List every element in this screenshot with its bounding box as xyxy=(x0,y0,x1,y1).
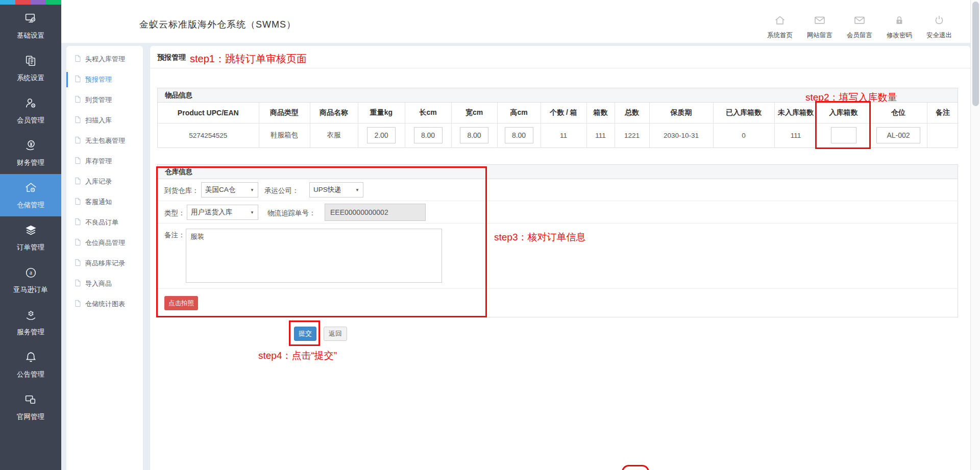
submenu-item-warehouse-statistics[interactable]: 仓储统计图表 xyxy=(66,294,143,314)
brand-color-strip xyxy=(0,0,61,5)
submenu-panel: 头程入库管理 预报管理 到货管理 扫描入库 无主包裹管理 库存管理 入库记录 客… xyxy=(66,46,143,470)
topnav-label: 网站留言 xyxy=(807,31,832,40)
submenu-item-inbound-records[interactable]: 入库记录 xyxy=(66,171,143,192)
sidebar-item-website-management[interactable]: 官网管理 xyxy=(0,386,61,428)
document-icon xyxy=(75,238,81,248)
amazon-icon: a xyxy=(24,266,38,282)
document-icon xyxy=(75,75,81,85)
topnav-logout[interactable]: 安全退出 xyxy=(923,14,955,40)
sidebar-item-announcement-management[interactable]: 公告管理 xyxy=(0,343,61,386)
header-bar: 金蚁云标准版海外仓系统（SWMS） 系统首页 网站留言 会员留言 修改密码 安全… xyxy=(61,0,980,43)
topnav-site-messages[interactable]: 网站留言 xyxy=(803,14,836,40)
width-input[interactable] xyxy=(460,127,488,143)
length-input[interactable] xyxy=(414,127,443,143)
submenu-label: 商品移库记录 xyxy=(85,259,125,268)
chevron-down-icon: ▼ xyxy=(355,188,359,192)
topnav-label: 会员留言 xyxy=(847,31,872,40)
col-header-per-box: 个数 / 箱 xyxy=(541,103,586,123)
cell-per-box: 11 xyxy=(541,123,586,147)
slot-input[interactable] xyxy=(876,127,920,143)
sidebar-item-system-settings[interactable]: 系统设置 xyxy=(0,47,61,89)
arrival-warehouse-select[interactable]: 美国CA仓 ▼ xyxy=(201,182,258,197)
user-gear-icon xyxy=(24,96,38,112)
document-icon xyxy=(75,218,81,228)
col-header-expiry: 保质期 xyxy=(649,103,713,123)
scrollbar-thumb[interactable] xyxy=(972,2,979,106)
submenu-item-slot-goods-management[interactable]: 仓位商品管理 xyxy=(66,233,143,253)
submenu-item-defective-orders[interactable]: 不良品订单 xyxy=(66,212,143,233)
document-icon xyxy=(75,279,81,289)
cell-length xyxy=(405,123,451,147)
cell-inbound-boxes xyxy=(817,123,870,147)
col-header-inbound-boxes: 入库箱数 xyxy=(817,103,870,123)
sidebar-label: 公告管理 xyxy=(17,370,44,379)
back-button[interactable]: 返回 xyxy=(324,327,347,341)
document-icon xyxy=(75,136,81,146)
submenu-item-arrival-management[interactable]: 到货管理 xyxy=(66,90,143,110)
topnav-member-messages[interactable]: 会员留言 xyxy=(843,14,876,40)
submenu-item-unclaimed-packages[interactable]: 无主包裹管理 xyxy=(66,131,143,151)
height-input[interactable] xyxy=(505,127,533,143)
submenu-item-customer-service-notice[interactable]: 客服通知 xyxy=(66,192,143,212)
topnav-label: 系统首页 xyxy=(767,31,793,40)
sidebar-item-finance-management[interactable]: 财务管理 xyxy=(0,132,61,174)
col-header-slot: 仓位 xyxy=(870,103,927,123)
submenu-item-first-leg-inbound[interactable]: 头程入库管理 xyxy=(66,49,143,69)
topnav-change-password[interactable]: 修改密码 xyxy=(883,14,916,40)
submenu-item-forecast-management[interactable]: 预报管理 xyxy=(66,69,143,90)
remark-label: 备注： xyxy=(164,231,185,240)
cell-width xyxy=(451,123,497,147)
submenu-label: 导入商品 xyxy=(85,279,112,288)
col-header-upc: Product UPC/EAN xyxy=(158,103,259,123)
sidebar-item-amazon-orders[interactable]: a 亚马逊订单 xyxy=(0,259,61,301)
topnav-home[interactable]: 系统首页 xyxy=(764,14,796,40)
power-icon xyxy=(933,14,945,29)
annotation-step1: step1：跳转订单审核页面 xyxy=(190,52,307,66)
submenu-label: 到货管理 xyxy=(85,95,112,105)
submit-button[interactable]: 提交 xyxy=(294,327,316,341)
submenu-item-import-goods[interactable]: 导入商品 xyxy=(66,274,143,294)
col-header-unstored-boxes: 未入库箱数 xyxy=(774,103,817,123)
take-photo-button[interactable]: 点击拍照 xyxy=(164,296,198,310)
submenu-label: 客服通知 xyxy=(85,197,112,207)
remark-textarea[interactable]: 服装 xyxy=(186,229,442,283)
form-row-divider xyxy=(157,223,958,224)
cell-boxes: 111 xyxy=(586,123,615,147)
sidebar-item-member-management[interactable]: 会员管理 xyxy=(0,89,61,132)
inbound-boxes-input[interactable] xyxy=(831,127,856,143)
warehouse-section-title: 仓库信息 xyxy=(158,165,958,179)
submenu-label: 头程入库管理 xyxy=(85,55,125,64)
col-header-type: 商品类型 xyxy=(259,103,310,123)
sidebar-item-service-management[interactable]: 服务管理 xyxy=(0,301,61,343)
cell-height xyxy=(497,123,541,147)
carrier-select[interactable]: UPS快递 ▼ xyxy=(309,182,363,197)
cell-weight xyxy=(358,123,405,147)
sidebar: 基础设置 系统设置 会员管理 财务管理 仓储管理 订单管理 a 亚马逊订单 服务… xyxy=(0,0,61,470)
submenu-label: 仓储统计图表 xyxy=(85,300,125,309)
goods-header-row: Product UPC/EAN 商品类型 商品名称 重量kg 长cm 宽cm 高… xyxy=(158,103,959,123)
col-header-weight: 重量kg xyxy=(358,103,405,123)
tracking-number-input[interactable] xyxy=(325,204,426,221)
cell-slot xyxy=(870,123,927,147)
col-header-height: 高cm xyxy=(497,103,541,123)
submenu-item-inventory-management[interactable]: 库存管理 xyxy=(66,151,143,171)
weight-input[interactable] xyxy=(367,127,396,143)
document-icon xyxy=(75,177,81,187)
mail-icon xyxy=(853,14,866,29)
sidebar-label: 系统设置 xyxy=(17,73,44,83)
submenu-label: 不良品订单 xyxy=(85,218,118,227)
lock-icon xyxy=(893,14,905,29)
sidebar-item-order-management[interactable]: 订单管理 xyxy=(0,216,61,259)
sidebar-item-warehouse-management[interactable]: 仓储管理 xyxy=(0,174,61,216)
submenu-item-scan-inbound[interactable]: 扫描入库 xyxy=(66,110,143,131)
carrier-label: 承运公司： xyxy=(264,186,299,195)
submenu-label: 预报管理 xyxy=(85,75,112,84)
inbound-type-select[interactable]: 用户送货入库 ▼ xyxy=(187,205,258,220)
document-icon xyxy=(75,259,81,268)
bell-icon xyxy=(24,351,38,366)
submenu-item-goods-move-records[interactable]: 商品移库记录 xyxy=(66,253,143,274)
vertical-scrollbar[interactable] xyxy=(970,0,980,470)
submenu-label: 库存管理 xyxy=(85,157,112,166)
sidebar-label: 财务管理 xyxy=(17,158,44,167)
sidebar-item-basic-settings[interactable]: 基础设置 xyxy=(0,5,61,47)
